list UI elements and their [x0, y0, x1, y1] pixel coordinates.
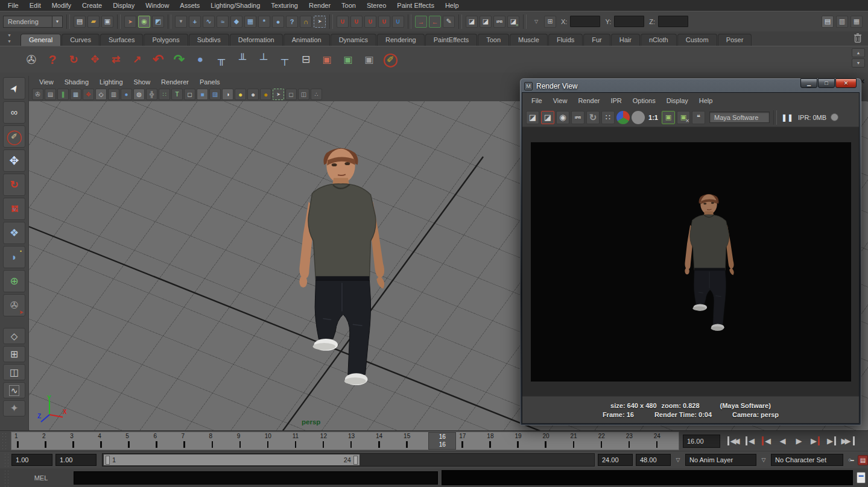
help-icon[interactable] — [43, 50, 62, 69]
frame-tick[interactable]: 14 — [373, 432, 401, 450]
ipr-stop-icon[interactable] — [831, 113, 838, 121]
menu-set-selector[interactable]: Rendering ▼ — [3, 16, 63, 28]
menu-item[interactable]: Render — [572, 97, 605, 104]
maximize-icon[interactable] — [818, 78, 835, 88]
frame-tick[interactable]: 20 — [539, 432, 567, 450]
layout-four-view-icon[interactable] — [3, 346, 25, 362]
highlight-selection-icon[interactable] — [314, 16, 326, 28]
frame-tick[interactable]: 2 — [39, 432, 67, 450]
mask-all-icon[interactable] — [175, 16, 187, 28]
script-editor-icon[interactable] — [857, 472, 866, 483]
frame-tick[interactable]: 8 — [206, 432, 234, 450]
make-live-icon[interactable] — [392, 16, 404, 28]
rotate-tool-icon[interactable] — [3, 174, 25, 196]
select-camera-icon[interactable] — [32, 89, 43, 100]
frame-tick[interactable]: 21 — [568, 432, 595, 450]
window-titlebar[interactable]: M Render View — [522, 80, 860, 92]
chevron-down-icon[interactable]: ▼ — [7, 33, 11, 37]
layout-single-icon[interactable] — [3, 328, 25, 344]
snap-point-icon[interactable] — [364, 16, 376, 28]
output-connections-icon[interactable] — [429, 16, 441, 28]
use-all-lights-icon[interactable] — [222, 89, 233, 100]
menu-item[interactable]: Renderer — [156, 78, 194, 86]
ipr-render-icon[interactable] — [493, 16, 505, 28]
construction-history-icon[interactable] — [443, 16, 455, 28]
frame-tick[interactable]: 6 — [150, 432, 178, 450]
menu-item[interactable]: Options — [627, 97, 661, 104]
snap-grid-icon[interactable] — [337, 16, 349, 28]
select-tool-icon[interactable] — [3, 77, 25, 99]
lasso-tool-icon[interactable] — [3, 101, 25, 124]
menu-item[interactable]: Stereo — [361, 2, 391, 9]
shelf-tab[interactable]: Fluids — [548, 34, 583, 46]
wireframe-icon[interactable] — [184, 89, 195, 100]
render-view-window[interactable]: M Render View FileViewRenderIPROptionsDi… — [520, 78, 861, 426]
mask-surfaces-icon[interactable] — [230, 16, 242, 28]
mask-misc-icon[interactable] — [286, 16, 298, 28]
xray-joints-icon[interactable] — [298, 89, 309, 100]
save-scene-icon[interactable] — [101, 16, 113, 28]
group-divider[interactable] — [117, 14, 121, 29]
playback-start-field[interactable]: 1.00 — [55, 454, 97, 466]
go-to-end-icon[interactable] — [840, 434, 856, 448]
character-set-field[interactable]: No Character Set — [771, 454, 843, 466]
menu-item[interactable]: Paint Effects — [391, 2, 440, 9]
display-rgb-icon[interactable] — [616, 111, 630, 124]
track-tool-icon[interactable] — [85, 50, 104, 69]
menu-item[interactable]: Texturing — [265, 2, 303, 9]
menu-item[interactable]: IPR — [605, 97, 627, 104]
hypergraph-icon[interactable] — [296, 50, 315, 69]
menu-item[interactable]: Help — [440, 2, 464, 9]
trash-icon[interactable] — [854, 33, 862, 43]
pan-zoom-icon[interactable] — [83, 89, 94, 100]
frame-tick[interactable]: 9 — [234, 432, 262, 450]
playblast-icon[interactable] — [22, 50, 41, 69]
duplicate-icon[interactable] — [317, 50, 337, 69]
shelf-tab[interactable]: Polygons — [144, 34, 188, 46]
chevron-down-icon[interactable]: ▼ — [52, 16, 63, 28]
field-collapse-icon[interactable] — [530, 16, 542, 28]
frame-tick[interactable]: 1 — [11, 432, 39, 450]
script-info-icon[interactable] — [692, 111, 705, 124]
group-divider[interactable] — [329, 14, 333, 29]
new-scene-icon[interactable] — [74, 16, 86, 28]
menu-item[interactable]: Lighting — [94, 78, 128, 86]
mask-deformations-icon[interactable] — [244, 16, 256, 28]
mask-handles-icon[interactable] — [189, 16, 201, 28]
mask-dynamics-icon[interactable] — [258, 16, 270, 28]
command-language-label[interactable]: MEL — [12, 474, 70, 482]
snapshot-icon[interactable] — [556, 111, 569, 124]
layout-persp-graph-icon[interactable] — [3, 382, 25, 398]
unparent-icon[interactable] — [254, 50, 273, 69]
move-tool-icon[interactable] — [3, 149, 25, 172]
layout-hypergraph-icon[interactable] — [3, 400, 25, 416]
frame-tick[interactable]: 11 — [290, 432, 317, 450]
scale-tool-icon[interactable] — [3, 198, 25, 220]
group-divider[interactable] — [168, 14, 171, 29]
shelf-tab[interactable]: Animation — [284, 34, 330, 46]
shelf-menu-arrows[interactable]: ▼ ▼ — [7, 33, 11, 43]
shelf-tab[interactable]: Toon — [478, 34, 509, 46]
current-frame-marker[interactable]: 16 16 — [428, 432, 456, 450]
playback-range[interactable]: 1 24 — [104, 454, 360, 465]
duplicate-special-icon[interactable] — [360, 50, 379, 69]
scroll-up-icon[interactable]: ▲ — [852, 48, 865, 57]
tumble-tool-icon[interactable] — [64, 50, 83, 69]
drag-handle[interactable] — [2, 451, 8, 468]
delete-unused-icon[interactable] — [191, 50, 210, 69]
ungroup-icon[interactable] — [275, 50, 294, 69]
shelf-tab[interactable]: Subdivs — [189, 34, 229, 46]
undo-icon[interactable] — [148, 50, 168, 69]
flat-lighting-icon[interactable] — [247, 89, 259, 100]
z-coordinate-field[interactable] — [658, 16, 688, 27]
menu-item[interactable]: Toon — [336, 2, 361, 9]
render-settings-icon[interactable] — [507, 16, 519, 28]
instance-icon[interactable] — [338, 50, 358, 69]
textured-icon[interactable] — [209, 89, 221, 100]
menu-item[interactable]: Assets — [174, 2, 205, 9]
group-divider[interactable] — [408, 14, 411, 29]
frame-tick[interactable]: 5 — [122, 432, 150, 450]
group-divider[interactable] — [458, 14, 462, 29]
range-start-handle[interactable] — [106, 456, 110, 465]
shelf-tab[interactable]: Hair — [611, 34, 640, 46]
